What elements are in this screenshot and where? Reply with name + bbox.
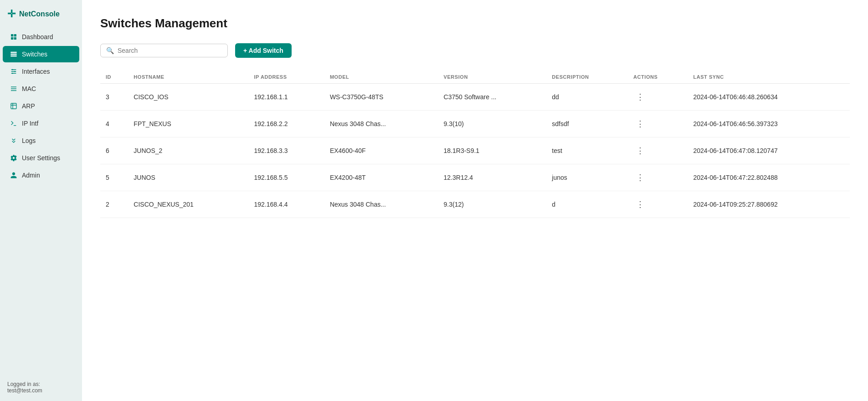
cell-ip: 192.168.3.3 (249, 137, 324, 164)
svg-rect-10 (11, 103, 16, 109)
cell-description: test (546, 137, 628, 164)
svg-rect-1 (14, 34, 16, 36)
logo: ✛ NetConsole (0, 0, 82, 28)
search-box[interactable]: 🔍 (100, 44, 228, 57)
logo-icon: ✛ (7, 8, 15, 20)
cell-last-sync: 2024-06-14T06:47:22.802488 (688, 164, 850, 191)
row-actions-button[interactable]: ⋮ (633, 198, 647, 210)
cell-last-sync: 2024-06-14T09:25:27.880692 (688, 191, 850, 218)
cell-last-sync: 2024-06-14T06:46:56.397323 (688, 111, 850, 137)
sidebar-label-mac: MAC (22, 85, 36, 92)
sidebar-item-ip-intf[interactable]: IP Intf (3, 115, 79, 132)
col-id: ID (100, 71, 128, 84)
sidebar-item-interfaces[interactable]: Interfaces (3, 63, 79, 80)
cell-ip: 192.168.4.4 (249, 191, 324, 218)
sidebar-label-switches: Switches (22, 51, 47, 58)
cell-model: Nexus 3048 Chas... (324, 111, 438, 137)
sidebar-label-arp: ARP (22, 102, 35, 110)
svg-rect-2 (11, 37, 13, 40)
cell-ip: 192.168.1.1 (249, 84, 324, 111)
row-actions-button[interactable]: ⋮ (633, 91, 647, 103)
sidebar-label-ip-intf: IP Intf (22, 120, 38, 127)
add-switch-button[interactable]: + Add Switch (235, 43, 292, 58)
cell-model: EX4200-48T (324, 164, 438, 191)
cell-model: EX4600-40F (324, 137, 438, 164)
cell-version: 12.3R12.4 (438, 164, 547, 191)
ip-intf-icon (10, 120, 17, 127)
row-actions-button[interactable]: ⋮ (633, 172, 647, 183)
cell-ip: 192.168.2.2 (249, 111, 324, 137)
admin-icon (10, 172, 17, 179)
toolbar: 🔍 + Add Switch (100, 43, 850, 58)
cell-hostname: JUNOS (128, 164, 248, 191)
sidebar-label-admin: Admin (22, 172, 40, 179)
sidebar-label-interfaces: Interfaces (22, 68, 50, 75)
table-header: ID HOSTNAME IP ADDRESS MODEL VERSION DES… (100, 71, 850, 84)
cell-version: C3750 Software ... (438, 84, 547, 111)
svg-point-8 (14, 71, 15, 72)
switches-icon (10, 51, 17, 58)
cell-description: sdfsdf (546, 111, 628, 137)
cell-version: 18.1R3-S9.1 (438, 137, 547, 164)
sidebar-label-logs: Logs (22, 137, 36, 144)
cell-actions: ⋮ (628, 164, 688, 191)
col-description: DESCRIPTION (546, 71, 628, 84)
svg-rect-3 (14, 37, 16, 40)
cell-hostname: FPT_NEXUS (128, 111, 248, 137)
sidebar-label-user-settings: User Settings (22, 154, 60, 162)
logs-icon (10, 137, 17, 144)
col-ip: IP ADDRESS (249, 71, 324, 84)
sidebar-item-admin[interactable]: Admin (3, 167, 79, 183)
sidebar-item-switches[interactable]: Switches (3, 46, 79, 62)
table-row: 6 JUNOS_2 192.168.3.3 EX4600-40F 18.1R3-… (100, 137, 850, 164)
sidebar-item-dashboard[interactable]: Dashboard (3, 29, 79, 45)
sidebar-item-user-settings[interactable]: User Settings (3, 150, 79, 166)
cell-model: WS-C3750G-48TS (324, 84, 438, 111)
cell-actions: ⋮ (628, 84, 688, 111)
cell-id: 3 (100, 84, 128, 111)
interfaces-icon (10, 68, 17, 75)
user-settings-icon (10, 154, 17, 162)
sidebar-footer-line2: test@test.com (7, 387, 75, 394)
switches-table: ID HOSTNAME IP ADDRESS MODEL VERSION DES… (100, 71, 850, 218)
col-model: MODEL (324, 71, 438, 84)
search-icon: 🔍 (106, 47, 114, 54)
col-last-sync: LAST SYNC (688, 71, 850, 84)
cell-actions: ⋮ (628, 111, 688, 137)
main-content: Switches Management 🔍 + Add Switch ID HO… (82, 0, 868, 401)
cell-model: Nexus 3048 Chas... (324, 191, 438, 218)
logo-text: NetConsole (19, 10, 60, 18)
cell-description: dd (546, 84, 628, 111)
table-body: 3 CISCO_IOS 192.168.1.1 WS-C3750G-48TS C… (100, 84, 850, 218)
cell-hostname: JUNOS_2 (128, 137, 248, 164)
sidebar-footer-line1: Logged in as: (7, 381, 75, 387)
sidebar: ✛ NetConsole Dashboard Switches Interfac… (0, 0, 82, 401)
cell-id: 2 (100, 191, 128, 218)
arp-icon (10, 102, 17, 110)
cell-description: junos (546, 164, 628, 191)
cell-last-sync: 2024-06-14T06:47:08.120747 (688, 137, 850, 164)
svg-point-9 (12, 73, 13, 74)
search-input[interactable] (118, 47, 222, 54)
cell-id: 5 (100, 164, 128, 191)
svg-rect-4 (10, 52, 16, 53)
svg-rect-0 (11, 34, 13, 36)
col-actions: ACTIONS (628, 71, 688, 84)
row-actions-button[interactable]: ⋮ (633, 145, 647, 157)
sidebar-item-mac[interactable]: MAC (3, 81, 79, 97)
sidebar-item-logs[interactable]: Logs (3, 132, 79, 149)
cell-actions: ⋮ (628, 137, 688, 164)
cell-version: 9.3(10) (438, 111, 547, 137)
svg-point-7 (12, 69, 13, 71)
table-row: 4 FPT_NEXUS 192.168.2.2 Nexus 3048 Chas.… (100, 111, 850, 137)
cell-id: 6 (100, 137, 128, 164)
cell-version: 9.3(12) (438, 191, 547, 218)
dashboard-icon (10, 33, 17, 41)
cell-description: d (546, 191, 628, 218)
table-row: 3 CISCO_IOS 192.168.1.1 WS-C3750G-48TS C… (100, 84, 850, 111)
col-version: VERSION (438, 71, 547, 84)
row-actions-button[interactable]: ⋮ (633, 118, 647, 130)
sidebar-label-dashboard: Dashboard (22, 33, 53, 41)
table-row: 5 JUNOS 192.168.5.5 EX4200-48T 12.3R12.4… (100, 164, 850, 191)
sidebar-item-arp[interactable]: ARP (3, 98, 79, 114)
